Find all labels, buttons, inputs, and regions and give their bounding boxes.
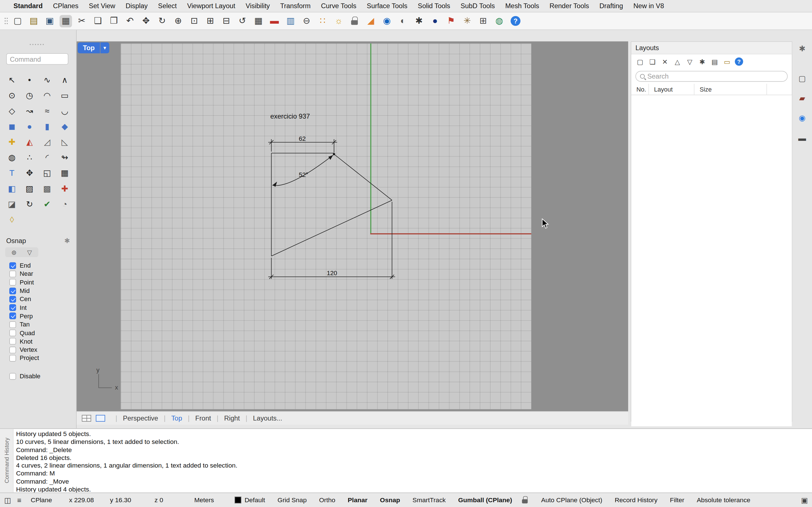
menu-item[interactable]: Set View	[84, 2, 121, 10]
blend-edge-icon[interactable]: ◺	[57, 135, 72, 149]
toggle-absolute-tolerance[interactable]: Absolute tolerance	[697, 496, 750, 504]
save-icon[interactable]: ▣	[43, 15, 56, 27]
open-folder-icon[interactable]: ▤	[28, 15, 40, 27]
pan-hand-icon[interactable]: ✥	[140, 15, 152, 27]
osnap-mid[interactable]: Mid	[9, 286, 39, 295]
lightbulb-icon[interactable]: ☼	[333, 15, 345, 27]
command-input[interactable]	[6, 53, 68, 64]
car-icon[interactable]: ▬	[268, 15, 281, 27]
checkbox[interactable]	[9, 270, 16, 277]
copy-icon[interactable]: ❏	[92, 15, 104, 27]
menu-item[interactable]: CPlanes	[48, 2, 84, 10]
toggle-filter[interactable]: Filter	[670, 496, 684, 504]
units-selector[interactable]: Meters	[194, 496, 214, 504]
circle-tool-icon[interactable]: ⊙	[4, 89, 20, 102]
osnap-near[interactable]: Near	[9, 270, 39, 278]
wireframe-sphere-icon[interactable]: ◍	[4, 151, 20, 164]
tab-top[interactable]: Top	[171, 414, 182, 422]
array-tool-icon[interactable]: ▦	[57, 166, 72, 179]
plane-tool-icon[interactable]: ◊	[4, 213, 20, 226]
menu-item[interactable]: Transform	[275, 2, 316, 10]
viewport-panes-icon[interactable]: ◫	[4, 496, 11, 504]
viewport-title-menu[interactable]: Top ▼	[78, 43, 109, 54]
column-header[interactable]: No.	[631, 84, 649, 95]
osnap-knot[interactable]: Knot	[9, 337, 39, 346]
arc-tool-icon[interactable]: ◷	[22, 89, 37, 102]
render-wedge-icon[interactable]: ◢	[364, 15, 377, 27]
osnap-settings-icon[interactable]: ⊚	[8, 248, 19, 257]
rebuild-curve-icon[interactable]: ↬	[57, 151, 72, 164]
menu-item[interactable]: Mesh Tools	[500, 2, 545, 10]
render-sphere-icon[interactable]: ●	[429, 15, 441, 27]
toggle-smarttrack[interactable]: SmartTrack	[412, 496, 446, 504]
toggle-gumball[interactable]: Gumball (CPlane)	[458, 496, 512, 504]
layer-color-swatch[interactable]	[235, 497, 242, 503]
menu-item[interactable]: Drafting	[594, 2, 628, 10]
sphere-tool-icon[interactable]: ●	[22, 120, 37, 133]
cplane-selector[interactable]: CPlane	[31, 496, 52, 504]
fillet-curve-icon[interactable]: ◜	[40, 151, 55, 164]
panel-gear-icon[interactable]: ✱	[797, 43, 808, 54]
osnap-perp[interactable]: Perp	[9, 312, 39, 320]
chamfer-edge-icon[interactable]: ◿	[40, 135, 55, 149]
new-file-icon[interactable]: ▢	[11, 15, 24, 27]
tab-perspective[interactable]: Perspective	[123, 414, 158, 422]
undo-view-icon[interactable]: ↺	[236, 15, 249, 27]
menu-item[interactable]: Render Tools	[545, 2, 594, 10]
list-view-icon[interactable]: ≡	[17, 496, 21, 504]
checkbox[interactable]	[9, 296, 16, 302]
osnap-vertex[interactable]: Vertex	[9, 346, 39, 354]
menu-item[interactable]: New in V8	[628, 2, 669, 10]
analyze-sphere-icon[interactable]: ◔	[57, 198, 72, 211]
search-input[interactable]	[647, 72, 787, 80]
orient-tool-icon[interactable]: ↻	[22, 198, 37, 211]
tab-right[interactable]: Right	[224, 414, 240, 422]
print-layout-icon[interactable]: ▤	[710, 57, 719, 66]
menu-item[interactable]: Surface Tools	[361, 2, 412, 10]
delete-layout-icon[interactable]: ✕	[660, 57, 670, 66]
undo-icon[interactable]: ↶	[124, 15, 136, 27]
layouts-table-body[interactable]	[631, 95, 792, 427]
menu-item[interactable]: Viewport Layout	[182, 2, 241, 10]
zoom-selected-icon[interactable]: ⊟	[220, 15, 233, 27]
properties-panel-icon[interactable]: ▢	[797, 73, 808, 84]
zoom-window-icon[interactable]: ⊡	[188, 15, 200, 27]
checkbox[interactable]	[9, 304, 16, 311]
checkbox[interactable]	[9, 346, 16, 353]
viewport-layout-icon[interactable]: ▦	[252, 15, 264, 27]
osnap-int[interactable]: Int	[9, 303, 39, 312]
command-history-panel[interactable]: Command History History updated 5 object…	[0, 429, 812, 493]
viewport-title-label[interactable]: Top	[78, 43, 100, 54]
column-header[interactable]: Size	[695, 84, 767, 95]
viewport-single-layout-icon[interactable]	[96, 415, 105, 421]
solid-tool-icon[interactable]: ◆	[57, 120, 72, 133]
point-tool-icon[interactable]: •	[22, 73, 37, 87]
lock-icon[interactable]	[521, 496, 529, 504]
materials-panel-icon[interactable]: ▬	[797, 132, 808, 143]
check-tool-icon[interactable]: ✔	[40, 198, 55, 211]
shaded-view-icon[interactable]: ◐	[397, 15, 409, 27]
osnap-project[interactable]: Project	[9, 354, 39, 362]
new-layout-icon[interactable]: ▢	[636, 57, 645, 66]
offset-curve-icon[interactable]: ≈	[40, 105, 55, 117]
menu-item[interactable]: Display	[120, 2, 153, 10]
mesh-tool-icon[interactable]: ▩	[40, 182, 55, 195]
chevron-down-icon[interactable]: ▼	[100, 43, 109, 54]
circle-tool-icon[interactable]: ⊖	[300, 15, 313, 27]
osnap-gear-icon[interactable]: ✱	[64, 237, 70, 244]
cut-scissors-icon[interactable]: ✂	[75, 15, 88, 27]
box-tool-icon[interactable]: ◼	[4, 120, 20, 133]
menu-item[interactable]: Curve Tools	[316, 2, 361, 10]
flag-icon[interactable]: ⚑	[445, 15, 457, 27]
menu-item[interactable]: Select	[153, 2, 182, 10]
viewport-grid-layout-icon[interactable]	[82, 415, 91, 421]
move-up-icon[interactable]: △	[673, 57, 682, 66]
osnap-point[interactable]: Point	[9, 278, 39, 286]
conic-tool-icon[interactable]: ◠	[40, 89, 55, 102]
checkbox[interactable]	[9, 338, 16, 345]
polygon-tool-icon[interactable]: ◇	[4, 105, 20, 117]
menu-item[interactable]: Visibility	[241, 2, 275, 10]
scale-tool-icon[interactable]: ◱	[40, 166, 55, 179]
trim-tool-icon[interactable]: ◪	[4, 198, 20, 211]
toggle-grid-snap[interactable]: Grid Snap	[277, 496, 306, 504]
